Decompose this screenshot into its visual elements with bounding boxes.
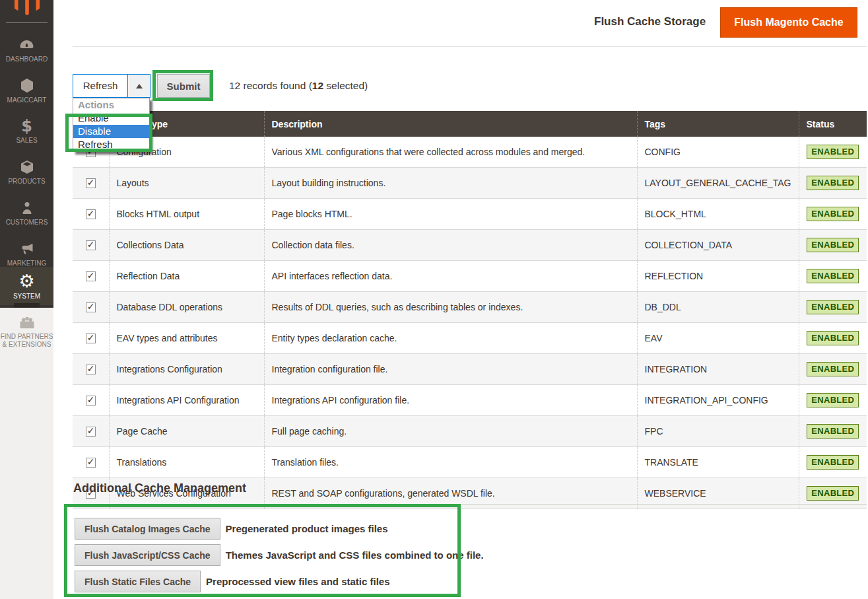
cell-description: Integration configuration file. xyxy=(264,354,637,385)
sidebar-item-label: FIND PARTNERS xyxy=(1,333,53,341)
sidebar-item-magiccart[interactable]: MAGICCART xyxy=(0,71,53,110)
dropdown-group-label: Actions xyxy=(73,98,149,112)
sidebar-item-label: MARKETING xyxy=(7,260,46,267)
sidebar-item-find-partners[interactable]: FIND PARTNERS & EXTENSIONS xyxy=(0,315,53,349)
cell-cache-type: Integrations API Configuration xyxy=(109,385,264,416)
cache-action-row: Flush Catalog Images Cache Pregenerated … xyxy=(75,518,388,540)
column-header-tags[interactable]: Tags xyxy=(637,111,799,137)
sidebar-item-customers[interactable]: CUSTOMERS xyxy=(0,193,53,232)
row-checkbox[interactable]: ✓ xyxy=(86,271,96,281)
dropdown-option-refresh[interactable]: Refresh xyxy=(73,138,149,151)
status-badge: ENABLED xyxy=(807,238,859,252)
cache-management-page: DASHBOARD MAGICCART $ SALES PRODUCTS CUS… xyxy=(0,0,868,599)
check-icon: ✓ xyxy=(87,270,95,281)
sidebar-item-label: & EXTENSIONS xyxy=(3,341,51,349)
sidebar-item-system[interactable]: ⚙ SYSTEM xyxy=(0,267,53,305)
records-found-text: 12 records found (12 selected) xyxy=(229,80,368,92)
status-badge: ENABLED xyxy=(807,300,859,314)
system-gear-icon: ⚙ xyxy=(18,273,34,290)
cell-cache-type: Layouts xyxy=(109,168,264,199)
status-badge: ENABLED xyxy=(807,331,859,345)
row-checkbox[interactable]: ✓ xyxy=(86,302,96,312)
status-badge: ENABLED xyxy=(807,269,859,283)
column-header-status[interactable]: Status xyxy=(799,111,867,137)
cell-tags: COLLECTION_DATA xyxy=(637,230,799,261)
cell-tags: INTEGRATION xyxy=(637,354,799,385)
mass-action-select[interactable]: Refresh xyxy=(73,74,150,98)
cell-description: Layout building instructions. xyxy=(264,168,637,199)
cell-cache-type: Integrations Configuration xyxy=(109,354,264,385)
row-checkbox[interactable]: ✓ xyxy=(86,240,96,250)
cell-cache-type: Translations xyxy=(109,447,264,478)
row-checkbox[interactable]: ✓ xyxy=(86,427,96,437)
sidebar-item-products[interactable]: PRODUCTS xyxy=(0,152,53,192)
sidebar-item-label: PRODUCTS xyxy=(8,178,45,185)
additional-cache-title: Additional Cache Management xyxy=(73,481,246,495)
table-row: ✓ Integrations API Configuration Integra… xyxy=(73,385,867,416)
cell-tags: TRANSLATE xyxy=(637,447,799,478)
sidebar-footer-area xyxy=(0,308,53,599)
magento-logo[interactable] xyxy=(0,0,53,16)
check-icon: ✓ xyxy=(87,456,95,467)
cell-description: Full page caching. xyxy=(264,416,637,447)
row-checkbox[interactable]: ✓ xyxy=(86,396,96,405)
cell-tags: REFLECTION xyxy=(637,261,799,292)
table-row: ✓ Translations Translation files. TRANSL… xyxy=(73,447,867,478)
flush-js-css-button[interactable]: Flush JavaScript/CSS Cache xyxy=(75,544,220,566)
sidebar-item-label: SALES xyxy=(16,137,37,144)
check-icon: ✓ xyxy=(87,177,95,188)
column-header-description[interactable]: Description xyxy=(264,111,637,137)
status-badge: ENABLED xyxy=(807,145,859,159)
magento-logo-icon xyxy=(13,0,42,16)
row-checkbox[interactable]: ✓ xyxy=(86,365,96,374)
cell-description: Results of DDL queries, such as describi… xyxy=(264,292,637,323)
flush-cache-storage-button[interactable]: Flush Cache Storage xyxy=(594,15,706,28)
table-row: ✓ Collections Data Collection data files… xyxy=(73,230,867,261)
sidebar-item-sales[interactable]: $ SALES xyxy=(0,111,53,151)
check-icon: ✓ xyxy=(87,332,95,343)
sidebar-item-label: SYSTEM xyxy=(13,293,40,300)
cell-tags: DB_DDL xyxy=(637,292,799,323)
row-checkbox[interactable]: ✓ xyxy=(86,334,96,343)
flush-static-files-button[interactable]: Flush Static Files Cache xyxy=(75,571,201,592)
dropdown-option-enable[interactable]: Enable xyxy=(73,112,149,125)
status-badge: ENABLED xyxy=(807,207,859,221)
check-icon: ✓ xyxy=(87,363,95,374)
row-checkbox[interactable]: ✓ xyxy=(86,458,96,468)
flush-catalog-images-button[interactable]: Flush Catalog Images Cache xyxy=(75,518,220,540)
cell-tags: FPC xyxy=(637,416,799,447)
mass-action-selected-value: Refresh xyxy=(73,75,127,97)
status-badge: ENABLED xyxy=(807,393,859,407)
check-icon: ✓ xyxy=(87,301,95,312)
sales-icon: $ xyxy=(21,118,32,134)
row-checkbox[interactable]: ✓ xyxy=(86,209,96,219)
table-row: ✓ Page Cache Full page caching. FPC ENAB… xyxy=(73,416,867,447)
cell-cache-type: Blocks HTML output xyxy=(109,199,264,230)
submit-button[interactable]: Submit xyxy=(157,74,210,98)
table-row: ✓ Database DDL operations Results of DDL… xyxy=(73,292,867,323)
dropdown-option-disable[interactable]: Disable xyxy=(73,125,149,138)
status-badge: ENABLED xyxy=(807,176,859,190)
flush-magento-cache-button[interactable]: Flush Magento Cache xyxy=(720,7,857,38)
mass-action-dropdown-list: Actions Enable Disable Refresh xyxy=(73,98,150,152)
status-badge: ENABLED xyxy=(807,424,859,439)
row-checkbox[interactable]: ✓ xyxy=(86,178,96,188)
cell-cache-type: Page Cache xyxy=(109,416,264,447)
section-divider xyxy=(73,504,867,505)
cell-tags: CONFIG xyxy=(637,137,799,168)
cache-action-description: Pregenerated product images files xyxy=(226,523,388,534)
cache-action-description: Themes JavaScript and CSS files combined… xyxy=(226,549,484,561)
table-row: ✓ Reflection Data API interfaces reflect… xyxy=(73,261,867,292)
check-icon: ✓ xyxy=(87,208,95,219)
select-arrow-segment[interactable] xyxy=(127,75,150,97)
cell-cache-type: EAV types and attributes xyxy=(109,323,264,354)
dashboard-icon xyxy=(18,37,35,53)
cache-action-description: Preprocessed view files and static files xyxy=(206,576,389,587)
sidebar-item-label: MAGICCART xyxy=(7,96,47,104)
status-badge: ENABLED xyxy=(807,455,859,470)
sidebar-item-dashboard[interactable]: DASHBOARD xyxy=(0,30,53,69)
table-row: ✓ Integrations Configuration Integration… xyxy=(73,354,867,385)
cell-tags: LAYOUT_GENERAL_CACHE_TAG xyxy=(637,168,799,199)
sidebar-item-label: CUSTOMERS xyxy=(6,219,48,226)
cache-grid-table: Cache Type Description Tags Status ✓ Con… xyxy=(73,111,867,509)
